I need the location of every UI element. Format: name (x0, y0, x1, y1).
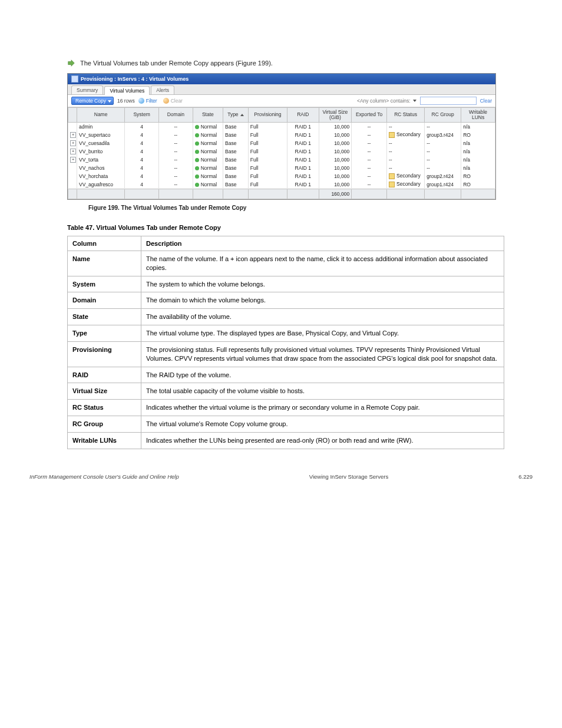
tab-summary[interactable]: Summary (71, 85, 103, 94)
table-row[interactable]: VV_nachos4--NormalBaseFullRAID 110,000--… (68, 164, 495, 172)
desc-row: DomainThe domain to which the volume bel… (68, 292, 504, 309)
total-virtual-size: 160,000 (319, 189, 352, 199)
screenshot-panel: Provisioning : InServs : 4 : Virtual Vol… (67, 73, 496, 200)
desc-col-desc: The provisioning status. Full represents… (141, 341, 504, 367)
status-dot-icon (195, 158, 199, 162)
remote-copy-dropdown[interactable]: Remote Copy (71, 97, 114, 105)
desc-row: RAIDThe RAID type of the volume. (68, 367, 504, 383)
desc-col-desc: The virtual volume type. The displayed t… (141, 325, 504, 342)
table-caption: Table 47. Virtual Volumes Tab under Remo… (67, 219, 504, 236)
desc-row: RC GroupThe virtual volume's Remote Copy… (68, 416, 504, 433)
page-footer: InForm Management Console User's Guide a… (0, 473, 562, 480)
tab-alerts[interactable]: Alerts (151, 85, 174, 94)
rc-status-icon (389, 173, 395, 179)
col-rc-group[interactable]: RC Group (425, 108, 461, 123)
chevron-down-icon[interactable] (413, 100, 416, 102)
footer-title: InForm Management Console User's Guide a… (29, 473, 179, 480)
desc-col-header-description: Description (141, 236, 504, 251)
col-rc-status[interactable]: RC Status (387, 108, 425, 123)
desc-col-name: System (68, 276, 141, 292)
expand-icon[interactable]: + (70, 132, 76, 138)
col-expand[interactable] (68, 108, 77, 123)
clear-button[interactable]: Clear (163, 98, 183, 104)
table-row[interactable]: admin4--NormalBaseFullRAID 110,000------… (68, 122, 495, 131)
table-row[interactable]: +VV_torta4--NormalBaseFullRAID 110,000--… (68, 156, 495, 164)
expand-icon[interactable]: + (70, 140, 76, 146)
filter-button[interactable]: Filter (138, 98, 157, 104)
toolbar: Remote Copy 16 rows Filter Clear <Any co… (68, 95, 495, 107)
svg-marker-0 (68, 60, 75, 67)
desc-col-desc: The RAID type of the volume. (141, 367, 504, 383)
desc-col-name: Virtual Size (68, 383, 141, 400)
desc-col-name: Provisioning (68, 341, 141, 367)
desc-col-name: Type (68, 325, 141, 342)
col-virtual-size[interactable]: Virtual Size (GiB) (319, 108, 352, 123)
desc-row: StateThe availability of the volume. (68, 309, 504, 325)
figure-caption: Figure 199. The Virtual Volumes Tab unde… (88, 205, 533, 211)
desc-row: Virtual SizeThe total usable capacity of… (68, 383, 504, 400)
status-dot-icon (195, 174, 199, 179)
grid-header-row: Name System Domain State Type Provisioni… (68, 108, 495, 123)
desc-col-desc: The domain to which the volume belongs. (141, 292, 504, 309)
status-dot-icon (195, 125, 199, 129)
desc-col-name: RAID (68, 367, 141, 383)
desc-row: SystemThe system to which the volume bel… (68, 276, 504, 292)
col-system[interactable]: System (125, 108, 159, 123)
col-provisioning[interactable]: Provisioning (248, 108, 287, 123)
status-dot-icon (195, 183, 199, 187)
desc-col-desc: Indicates whether the virtual volume is … (141, 400, 504, 416)
desc-row: NameThe name of the volume. If a + icon … (68, 251, 504, 276)
status-dot-icon (195, 133, 199, 137)
desc-col-name: Writable LUNs (68, 432, 141, 449)
filter-input[interactable] (420, 97, 477, 105)
column-description-table: Table 47. Virtual Volumes Tab under Remo… (67, 219, 504, 449)
col-writable-luns[interactable]: Writable LUNs (461, 108, 495, 123)
filter-icon (138, 98, 144, 104)
tab-strip: Summary Virtual Volumes Alerts (68, 84, 495, 95)
rc-status-icon (389, 182, 395, 187)
desc-col-name: RC Status (68, 400, 141, 416)
row-count: 16 rows (117, 98, 135, 104)
desc-col-name: State (68, 309, 141, 325)
desc-col-desc: The availability of the volume. (141, 309, 504, 325)
table-row[interactable]: +VV_cuesadila4--NormalBaseFullRAID 110,0… (68, 139, 495, 147)
status-dot-icon (195, 166, 199, 170)
expand-icon[interactable]: + (70, 149, 76, 154)
table-row[interactable]: +VV_supertaco4--NormalBaseFullRAID 110,0… (68, 131, 495, 139)
virtual-volumes-grid: Name System Domain State Type Provisioni… (68, 107, 495, 199)
footer-page-number: 6.229 (518, 473, 533, 480)
tab-virtual-volumes[interactable]: Virtual Volumes (104, 86, 150, 95)
desc-col-header-column: Column (68, 236, 141, 251)
col-raid[interactable]: RAID (287, 108, 319, 123)
desc-row: ProvisioningThe provisioning status. Ful… (68, 341, 504, 367)
col-exported-to[interactable]: Exported To (352, 108, 387, 123)
footer-section: Viewing InServ Storage Servers (309, 473, 388, 480)
desc-col-name: RC Group (68, 416, 141, 433)
grid-footer-row: 160,000 (68, 189, 495, 199)
col-domain[interactable]: Domain (158, 108, 193, 123)
col-type[interactable]: Type (223, 108, 249, 123)
intro-text: The Virtual Volumes tab under Remote Cop… (80, 60, 273, 67)
window-title: Provisioning : InServs : 4 : Virtual Vol… (81, 76, 189, 82)
desc-col-name: Name (68, 251, 141, 276)
col-state[interactable]: State (193, 108, 223, 123)
table-row[interactable]: +VV_burrito4--NormalBaseFullRAID 110,000… (68, 147, 495, 156)
desc-col-desc: The name of the volume. If a + icon appe… (141, 251, 504, 276)
desc-row: RC StatusIndicates whether the virtual v… (68, 400, 504, 416)
desc-col-desc: The total usable capacity of the volume … (141, 383, 504, 400)
col-name[interactable]: Name (77, 108, 124, 123)
sort-asc-icon (240, 114, 244, 116)
expand-icon[interactable]: + (70, 157, 76, 163)
clear-filter-link[interactable]: Clear (480, 98, 492, 104)
window-icon (71, 75, 78, 83)
desc-col-name: Domain (68, 292, 141, 309)
clear-icon (163, 98, 169, 104)
desc-col-desc: The system to which the volume belongs. (141, 276, 504, 292)
desc-row: TypeThe virtual volume type. The display… (68, 325, 504, 342)
table-row[interactable]: VV_aguafresco4--NormalBaseFullRAID 110,0… (68, 180, 495, 189)
desc-col-desc: Indicates whether the LUNs being present… (141, 432, 504, 449)
rc-status-icon (389, 132, 395, 138)
window-titlebar: Provisioning : InServs : 4 : Virtual Vol… (68, 74, 495, 84)
table-row[interactable]: VV_horchata4--NormalBaseFullRAID 110,000… (68, 172, 495, 180)
desc-row: Writable LUNsIndicates whether the LUNs … (68, 432, 504, 449)
